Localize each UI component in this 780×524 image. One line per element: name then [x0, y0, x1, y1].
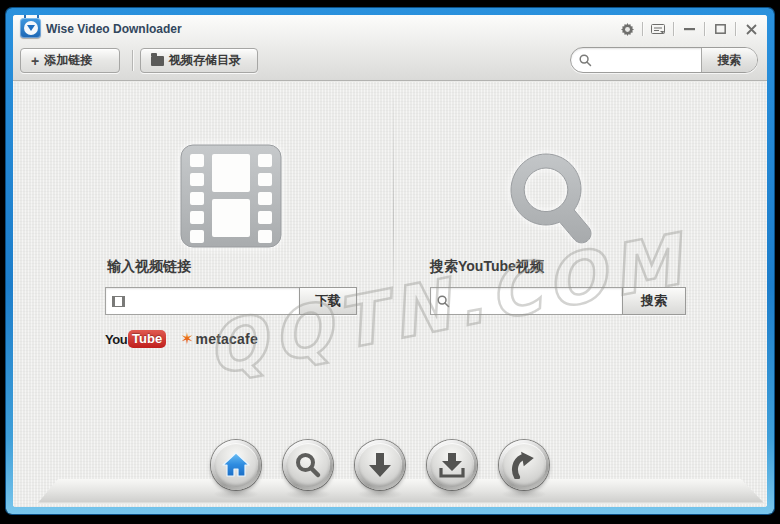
youtube-search-button[interactable]: 搜索 — [622, 287, 686, 315]
add-link-button[interactable]: + 添加链接 — [20, 48, 120, 73]
toolbar: + 添加链接 视频存储目录 搜索 — [13, 43, 767, 81]
mini-search-icon — [437, 295, 450, 308]
dock-reflection — [285, 489, 331, 499]
youtube-search-input[interactable] — [455, 294, 616, 308]
download-button[interactable]: 下载 — [299, 287, 357, 315]
magnifier-large-icon — [499, 144, 603, 254]
maximize-icon[interactable] — [710, 20, 730, 38]
video-link-input[interactable] — [130, 294, 293, 308]
home-button[interactable] — [211, 440, 261, 490]
app-window: Wise Video Downloader — [13, 15, 767, 507]
youtube-search-field-wrap — [430, 287, 622, 315]
dock-reflection — [357, 489, 403, 499]
video-link-field-wrap — [105, 287, 299, 315]
app-title: Wise Video Downloader — [46, 22, 182, 36]
gear-icon[interactable] — [617, 20, 637, 38]
downloads-tray-icon — [438, 451, 466, 479]
right-panel-heading: 搜索YouTube视频 — [430, 258, 544, 276]
convert-icon — [509, 451, 539, 479]
add-link-label: 添加链接 — [44, 52, 92, 69]
mini-film-icon — [112, 296, 125, 307]
dock-downloads-button[interactable] — [427, 440, 477, 490]
header: Wise Video Downloader — [13, 15, 767, 81]
toolbar-search-button[interactable]: 搜索 — [701, 48, 757, 72]
supported-sites: You Tube ✶ metacafe — [105, 330, 258, 348]
feedback-icon[interactable] — [648, 20, 668, 38]
dock-download-button[interactable] — [355, 440, 405, 490]
dock-convert-button[interactable] — [499, 440, 549, 490]
folder-icon — [151, 56, 164, 66]
dock-search-button[interactable] — [283, 440, 333, 490]
dock-reflection — [429, 489, 475, 499]
search-icon — [294, 451, 322, 479]
youtube-logo: You Tube — [105, 330, 166, 348]
close-icon[interactable] — [741, 20, 761, 38]
home-icon — [221, 451, 251, 479]
left-panel-heading: 输入视频链接 — [107, 258, 191, 276]
content-area: 输入视频链接 下载 You Tube ✶ metacafe 搜索YouTube视… — [13, 82, 767, 507]
dock-reflection — [213, 489, 259, 499]
storage-dir-label: 视频存储目录 — [169, 52, 241, 69]
panel-divider — [393, 98, 394, 303]
minimize-icon[interactable] — [679, 20, 699, 38]
watermark: QQTN.COM — [200, 208, 759, 458]
film-strip-icon — [180, 144, 282, 248]
youtube-search-group: 搜索 — [430, 287, 686, 315]
metacafe-star-icon: ✶ — [180, 331, 193, 347]
dock-reflection — [501, 489, 547, 499]
search-icon — [579, 54, 592, 67]
toolbar-search: 搜索 — [570, 47, 758, 73]
download-arrow-icon — [367, 451, 393, 479]
metacafe-logo: ✶ metacafe — [180, 331, 258, 347]
plus-icon: + — [31, 54, 39, 68]
window-frame: Wise Video Downloader — [6, 8, 774, 514]
titlebar[interactable]: Wise Video Downloader — [13, 15, 767, 43]
toolbar-separator — [132, 50, 133, 71]
toolbar-search-input[interactable] — [596, 48, 701, 72]
storage-dir-button[interactable]: 视频存储目录 — [140, 48, 258, 73]
app-logo-icon — [20, 18, 41, 38]
video-link-group: 下载 — [105, 287, 357, 315]
window-controls — [617, 19, 761, 39]
